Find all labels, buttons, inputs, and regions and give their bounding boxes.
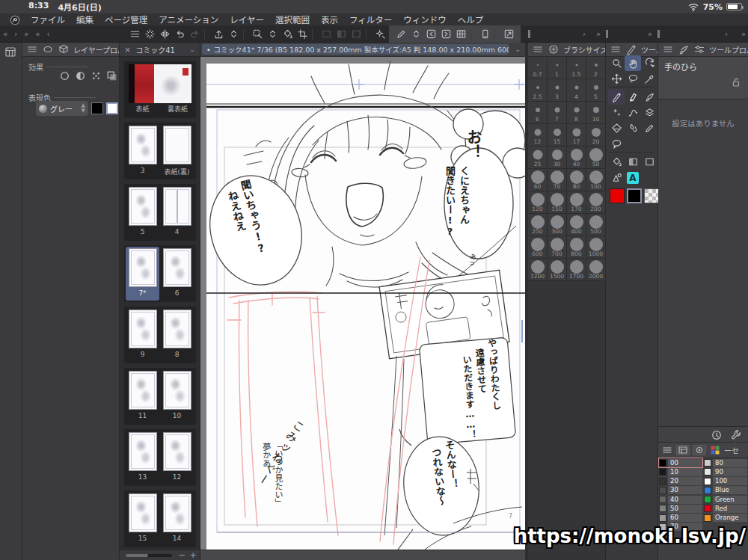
brush-size-120[interactable]: 120 bbox=[528, 191, 548, 214]
clip-studio-logo-icon[interactable] bbox=[10, 14, 20, 25]
brush-size-300[interactable]: 300 bbox=[548, 214, 567, 236]
transparent-color-swatch[interactable] bbox=[644, 188, 659, 203]
page-thumbnail-4[interactable]: 4 bbox=[160, 185, 194, 239]
history-nav-arrow-icon[interactable]: » bbox=[24, 30, 28, 38]
colorset-swatch-80[interactable]: 80 bbox=[704, 458, 747, 467]
main-color-swatch[interactable] bbox=[610, 188, 625, 203]
colorset-swatch-00[interactable]: 00 bbox=[659, 458, 702, 467]
tool-eraser[interactable] bbox=[608, 120, 625, 136]
page-thumbnail-7*[interactable]: 7* bbox=[126, 247, 159, 301]
border-effect-icon[interactable] bbox=[58, 70, 71, 82]
page-manager-header[interactable]: × コミック41 ⌄ bbox=[120, 43, 200, 57]
tool-property-header[interactable]: ツールプロパティ bbox=[658, 43, 748, 57]
panel-collapse-icon[interactable]: › bbox=[725, 29, 728, 39]
undo-icon[interactable] bbox=[172, 27, 187, 42]
page-thumbnail-14[interactable]: 14 bbox=[160, 492, 194, 546]
history-clock-icon[interactable] bbox=[711, 429, 723, 441]
tool-hand[interactable] bbox=[625, 55, 641, 71]
stepper-icon[interactable] bbox=[265, 27, 280, 42]
brush-size-500[interactable]: 500 bbox=[586, 214, 606, 236]
stepper-icon[interactable] bbox=[408, 27, 423, 42]
brush-size-1200[interactable]: 1200 bbox=[528, 259, 548, 281]
tool-blend[interactable] bbox=[625, 120, 641, 136]
layer-property-header[interactable]: レイヤープロパティ bbox=[22, 43, 119, 57]
swatch-tab-icon[interactable] bbox=[693, 445, 706, 455]
brush-size-250[interactable]: 250 bbox=[528, 214, 548, 236]
export-icon[interactable] bbox=[211, 27, 226, 42]
brush-size-2000[interactable]: 2000 bbox=[586, 259, 606, 281]
tool-frame-border[interactable] bbox=[641, 154, 657, 170]
close-icon[interactable]: × bbox=[124, 45, 131, 55]
colorset-swatch-90[interactable]: 90 bbox=[704, 467, 747, 476]
history-nav-arrow-icon[interactable]: ‹ bbox=[46, 30, 49, 38]
brush-size-1[interactable]: 1 bbox=[548, 57, 567, 79]
sub-color-swatch[interactable] bbox=[627, 188, 642, 203]
brush-size-4[interactable]: 4 bbox=[567, 79, 586, 102]
crop-icon[interactable] bbox=[295, 27, 310, 42]
panel-collapse-icon[interactable]: » bbox=[741, 29, 746, 39]
menu-アニメーション[interactable]: アニメーション bbox=[159, 13, 218, 25]
colorset-swatch-50[interactable]: 50 bbox=[659, 504, 702, 513]
prev-page-icon[interactable] bbox=[423, 27, 438, 42]
panel-collapse-icon[interactable] bbox=[657, 30, 660, 38]
tab-list-chevron-icon[interactable]: ⌄ bbox=[515, 46, 521, 53]
brush-size-1.5[interactable]: 1.5 bbox=[567, 57, 586, 79]
brush-size-70[interactable]: 70 bbox=[548, 169, 567, 191]
tool-operation[interactable] bbox=[641, 105, 657, 120]
history-nav-arrow-icon[interactable]: « bbox=[3, 30, 7, 38]
lock-icon[interactable] bbox=[730, 76, 742, 88]
colorset-swatch-Orange[interactable]: Orange bbox=[704, 514, 747, 523]
palette-tab-icon[interactable] bbox=[676, 445, 690, 455]
flip-horizontal-icon[interactable] bbox=[157, 27, 172, 42]
marquee-icon[interactable] bbox=[319, 27, 334, 42]
tool-pencil[interactable] bbox=[641, 120, 657, 136]
tool-gradient[interactable] bbox=[625, 154, 641, 170]
fill-tool-icon[interactable] bbox=[280, 27, 295, 42]
brush-size-40[interactable]: 40 bbox=[567, 147, 586, 169]
panel-menu-icon[interactable] bbox=[661, 444, 673, 456]
brush-size-10[interactable]: 10 bbox=[586, 102, 606, 124]
menu-ヘルプ[interactable]: ヘルプ bbox=[458, 13, 484, 25]
tool-zoom[interactable] bbox=[608, 55, 625, 71]
colorset-swatch-60[interactable]: 60 bbox=[659, 514, 702, 523]
brush-size-170[interactable]: 170 bbox=[567, 191, 586, 214]
expression-color-dropdown[interactable]: グレー ▲▼ bbox=[36, 101, 88, 116]
menu-選択範囲[interactable]: 選択範囲 bbox=[275, 13, 310, 25]
tool-fill[interactable] bbox=[608, 154, 625, 170]
color-set-header[interactable]: カラーセッ bbox=[658, 443, 748, 458]
tool-rotate-canvas[interactable] bbox=[641, 55, 657, 71]
layout-grid-icon[interactable] bbox=[4, 46, 16, 58]
history-nav-arrow-icon[interactable]: › bbox=[14, 30, 17, 38]
page-thumbnail-10[interactable]: 10 bbox=[160, 369, 194, 423]
page-thumbnail-6[interactable]: 6 bbox=[160, 247, 194, 301]
brush-size-400[interactable]: 400 bbox=[567, 214, 586, 236]
page-thumbnail-表紙(裏)[interactable]: 表紙(裏) bbox=[160, 124, 194, 178]
auto-action-icon[interactable] bbox=[373, 27, 387, 42]
brush-size-5[interactable]: 5 bbox=[586, 79, 606, 102]
page-thumbnail-12[interactable]: 12 bbox=[160, 431, 194, 484]
panel-menu-icon[interactable] bbox=[26, 43, 38, 55]
colorset-swatch-10[interactable]: 10 bbox=[659, 467, 702, 476]
brush-size-25[interactable]: 25 bbox=[528, 147, 548, 169]
tool-figure[interactable] bbox=[608, 170, 625, 185]
tool-balloon[interactable] bbox=[608, 136, 625, 152]
colorset-swatch-Blue[interactable]: Blue bbox=[704, 486, 747, 495]
page-thumbnail-8[interactable]: 8 bbox=[160, 308, 194, 362]
brush-size-60[interactable]: 60 bbox=[528, 169, 548, 191]
brush-size-150[interactable]: 150 bbox=[548, 191, 567, 214]
panel-collapse-icon[interactable]: › bbox=[583, 29, 586, 39]
menu-icon[interactable] bbox=[127, 27, 142, 42]
layer-color-icon[interactable] bbox=[105, 70, 118, 82]
menu-表示[interactable]: 表示 bbox=[321, 13, 338, 25]
brush-size-1700[interactable]: 1700 bbox=[567, 259, 586, 281]
menu-レイヤー[interactable]: レイヤー bbox=[230, 13, 264, 25]
brush-size-header[interactable]: ブラシサイズ bbox=[528, 43, 605, 57]
panel-collapse-icon[interactable]: » bbox=[596, 29, 601, 39]
page-thumbnail-11[interactable]: 11 bbox=[126, 369, 159, 423]
brush-size-1500[interactable]: 1500 bbox=[548, 259, 567, 281]
menu-編集[interactable]: 編集 bbox=[76, 13, 94, 25]
panel-collapse-icon[interactable]: » bbox=[648, 29, 652, 39]
drawing-canvas[interactable]: お！ くにえちゃん 聞きたいー!? 聞いちゃう!? ねえねえ やっぱりわたくし … bbox=[200, 57, 525, 550]
white-swatch[interactable] bbox=[106, 102, 118, 114]
frame-icon[interactable] bbox=[349, 27, 364, 42]
